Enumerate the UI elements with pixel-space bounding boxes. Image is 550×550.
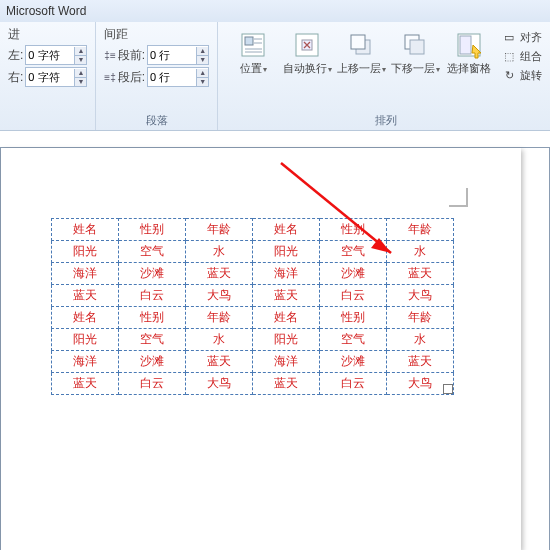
spin-up-icon[interactable]: ▲ bbox=[74, 47, 86, 56]
bring-forward-button[interactable]: 上移一层▾ bbox=[334, 26, 388, 77]
table-cell[interactable]: 姓名 bbox=[253, 219, 320, 241]
table-cell[interactable]: 姓名 bbox=[52, 307, 119, 329]
send-backward-label: 下移一层 bbox=[391, 62, 435, 74]
table-cell[interactable]: 沙滩 bbox=[119, 263, 186, 285]
spacing-after-label: 段后: bbox=[118, 69, 145, 86]
spin-up-icon[interactable]: ▲ bbox=[196, 69, 208, 78]
indent-left-input[interactable] bbox=[26, 47, 74, 63]
table-cell[interactable]: 年龄 bbox=[186, 307, 253, 329]
table-cell[interactable]: 水 bbox=[186, 329, 253, 351]
table-row[interactable]: 蓝天白云大鸟蓝天白云大鸟 bbox=[52, 285, 454, 307]
table-cell[interactable]: 白云 bbox=[320, 285, 387, 307]
spacing-group: 间距 ‡≡ 段前: ▲▼ ≡‡ 段后: ▲▼ 段落 bbox=[96, 22, 218, 130]
page[interactable]: 姓名性别年龄姓名性别年龄阳光空气水阳光空气水海洋沙滩蓝天海洋沙滩蓝天蓝天白云大鸟… bbox=[1, 148, 521, 550]
spin-down-icon[interactable]: ▼ bbox=[196, 56, 208, 64]
table-cell[interactable]: 空气 bbox=[119, 241, 186, 263]
table-cell[interactable]: 沙滩 bbox=[119, 351, 186, 373]
indent-left-label: 左: bbox=[8, 47, 23, 64]
table-cell[interactable]: 海洋 bbox=[52, 263, 119, 285]
table-cell[interactable]: 性别 bbox=[320, 219, 387, 241]
svg-rect-11 bbox=[410, 40, 424, 54]
rotate-button[interactable]: ↻旋转 bbox=[502, 68, 542, 83]
table-cell[interactable]: 海洋 bbox=[253, 351, 320, 373]
chevron-down-icon: ▾ bbox=[328, 65, 332, 74]
table-cell[interactable]: 阳光 bbox=[52, 241, 119, 263]
table-cell[interactable]: 姓名 bbox=[253, 307, 320, 329]
group-button[interactable]: ⬚组合 bbox=[502, 49, 542, 64]
table-cell[interactable]: 沙滩 bbox=[320, 263, 387, 285]
table-row[interactable]: 阳光空气水阳光空气水 bbox=[52, 241, 454, 263]
table-cell[interactable]: 水 bbox=[387, 329, 454, 351]
spacing-before-input[interactable] bbox=[148, 47, 196, 63]
table-cell[interactable]: 性别 bbox=[119, 307, 186, 329]
indent-left-spinner[interactable]: ▲▼ bbox=[25, 45, 87, 65]
table-cell[interactable]: 蓝天 bbox=[186, 263, 253, 285]
table-cell[interactable]: 蓝天 bbox=[186, 351, 253, 373]
table-cell[interactable]: 阳光 bbox=[253, 329, 320, 351]
align-button[interactable]: ▭对齐 bbox=[502, 30, 542, 45]
table-cell[interactable]: 姓名 bbox=[52, 219, 119, 241]
table-cell[interactable]: 蓝天 bbox=[387, 263, 454, 285]
table-cell[interactable]: 蓝天 bbox=[253, 285, 320, 307]
table-row[interactable]: 蓝天白云大鸟蓝天白云大鸟 bbox=[52, 373, 454, 395]
table-cell[interactable]: 海洋 bbox=[52, 351, 119, 373]
wrap-text-button[interactable]: 自动换行▾ bbox=[280, 26, 334, 77]
table-resize-handle[interactable] bbox=[443, 384, 453, 394]
table-cell[interactable]: 蓝天 bbox=[52, 285, 119, 307]
table-cell[interactable]: 大鸟 bbox=[186, 373, 253, 395]
spacing-after-input[interactable] bbox=[148, 69, 196, 85]
indent-right-input[interactable] bbox=[26, 69, 74, 85]
send-backward-button[interactable]: 下移一层▾ bbox=[388, 26, 442, 77]
table-cell[interactable]: 空气 bbox=[119, 329, 186, 351]
table-cell[interactable]: 阳光 bbox=[52, 329, 119, 351]
svg-rect-1 bbox=[245, 37, 253, 45]
table-cell[interactable]: 年龄 bbox=[387, 307, 454, 329]
table-cell[interactable]: 大鸟 bbox=[387, 285, 454, 307]
table-cell[interactable]: 空气 bbox=[320, 329, 387, 351]
selection-pane-button[interactable]: 选择窗格 bbox=[442, 26, 496, 76]
table-row[interactable]: 阳光空气水阳光空气水 bbox=[52, 329, 454, 351]
ribbon: 进 左: ▲▼ 右: ▲▼ 间距 ‡≡ 段前: bbox=[0, 22, 550, 131]
spin-down-icon[interactable]: ▼ bbox=[74, 78, 86, 86]
table-cell[interactable]: 海洋 bbox=[253, 263, 320, 285]
spin-up-icon[interactable]: ▲ bbox=[196, 47, 208, 56]
table-cell[interactable]: 性别 bbox=[320, 307, 387, 329]
table-cell[interactable]: 沙滩 bbox=[320, 351, 387, 373]
table-row[interactable]: 姓名性别年龄姓名性别年龄 bbox=[52, 307, 454, 329]
table-cell[interactable]: 白云 bbox=[320, 373, 387, 395]
spacing-after-icon: ≡‡ bbox=[104, 72, 115, 83]
indent-right-spinner[interactable]: ▲▼ bbox=[25, 67, 87, 87]
table-row[interactable]: 海洋沙滩蓝天海洋沙滩蓝天 bbox=[52, 351, 454, 373]
table-cell[interactable]: 大鸟 bbox=[186, 285, 253, 307]
table-cell[interactable]: 蓝天 bbox=[52, 373, 119, 395]
spin-down-icon[interactable]: ▼ bbox=[74, 56, 86, 64]
spacing-before-spinner[interactable]: ▲▼ bbox=[147, 45, 209, 65]
svg-rect-13 bbox=[460, 36, 471, 54]
spacing-after-spinner[interactable]: ▲▼ bbox=[147, 67, 209, 87]
table-cell[interactable]: 白云 bbox=[119, 373, 186, 395]
table-cell[interactable]: 空气 bbox=[320, 241, 387, 263]
group-icon: ⬚ bbox=[502, 50, 516, 64]
table-cell[interactable]: 水 bbox=[186, 241, 253, 263]
spin-up-icon[interactable]: ▲ bbox=[74, 69, 86, 78]
table-cell[interactable]: 水 bbox=[387, 241, 454, 263]
table-cell[interactable]: 年龄 bbox=[387, 219, 454, 241]
table-cell[interactable]: 性别 bbox=[119, 219, 186, 241]
align-icon: ▭ bbox=[502, 31, 516, 45]
indent-header: 进 bbox=[8, 26, 87, 43]
word-table[interactable]: 姓名性别年龄姓名性别年龄阳光空气水阳光空气水海洋沙滩蓝天海洋沙滩蓝天蓝天白云大鸟… bbox=[51, 218, 454, 395]
table-row[interactable]: 姓名性别年龄姓名性别年龄 bbox=[52, 219, 454, 241]
spacing-header: 间距 bbox=[104, 26, 209, 43]
spacing-before-icon: ‡≡ bbox=[104, 50, 115, 61]
table-cell[interactable]: 白云 bbox=[119, 285, 186, 307]
spin-down-icon[interactable]: ▼ bbox=[196, 78, 208, 86]
table-cell[interactable]: 蓝天 bbox=[387, 351, 454, 373]
svg-rect-9 bbox=[351, 35, 365, 49]
table-cell[interactable]: 年龄 bbox=[186, 219, 253, 241]
table-cell[interactable]: 蓝天 bbox=[253, 373, 320, 395]
margin-corner-icon bbox=[449, 188, 473, 212]
table-cell[interactable]: 阳光 bbox=[253, 241, 320, 263]
app-title: Microsoft Word bbox=[6, 4, 86, 18]
position-button[interactable]: 位置▾ bbox=[226, 26, 280, 77]
table-row[interactable]: 海洋沙滩蓝天海洋沙滩蓝天 bbox=[52, 263, 454, 285]
